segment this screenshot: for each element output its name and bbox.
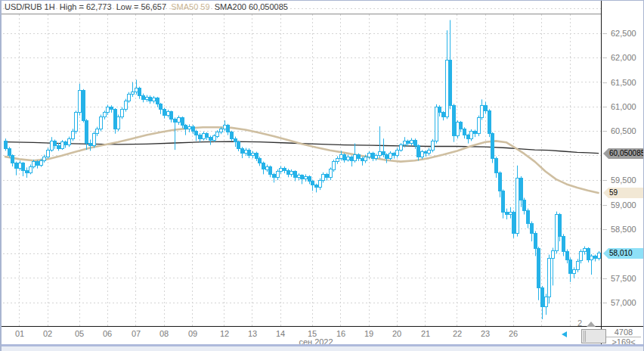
- price-axis-separator: [601, 1, 602, 347]
- date-label: 14: [276, 329, 285, 338]
- high-label: High = 62,773: [60, 2, 112, 11]
- date-label: 22: [453, 329, 462, 338]
- price-label: 60,500: [611, 126, 636, 135]
- price-label: 57,000: [611, 298, 636, 307]
- price-label: 61,500: [611, 78, 636, 87]
- price-tick: [602, 57, 607, 58]
- sma200-legend-label: SMA200 60,050085: [215, 2, 288, 11]
- current-bar-marker-icon: [562, 331, 567, 337]
- price-tick: [602, 278, 607, 279]
- date-label: 01: [15, 329, 24, 338]
- up-triangle-icon: [587, 321, 596, 327]
- chart-window: USD/RUB 1H High = 62,773 Low = 56,657 SM…: [0, 0, 644, 351]
- date-label: 20: [392, 329, 401, 338]
- candlestick-plot[interactable]: [2, 1, 602, 327]
- sma50-badge: 59: [603, 188, 644, 198]
- date-label: 05: [75, 329, 84, 338]
- date-label: 23: [481, 329, 490, 338]
- price-tick: [602, 131, 607, 132]
- price-tick: [602, 229, 607, 230]
- price-tick: [602, 303, 607, 303]
- date-label: 08: [159, 329, 169, 338]
- scrollbar-grip-icon: [584, 331, 584, 342]
- sma50-legend-label: SMA50 59: [171, 2, 209, 11]
- total-bars-count: 4708: [606, 327, 641, 337]
- low-label: Low = 56,657: [116, 2, 166, 11]
- scroll-position-label: 2: [577, 318, 582, 328]
- date-label: 19: [364, 329, 373, 338]
- date-label: 16: [336, 329, 345, 338]
- date-label: 02: [43, 329, 52, 338]
- price-tick: [602, 107, 607, 107]
- time-axis-separator: [2, 326, 644, 327]
- price-label: 58,500: [611, 225, 636, 234]
- price-label: 57,500: [611, 274, 636, 283]
- chart-title: USD/RUB 1H High = 62,773 Low = 56,657 SM…: [5, 2, 288, 11]
- date-label: 09: [188, 329, 197, 338]
- price-tick: [602, 205, 607, 206]
- window-bottom-border: [2, 344, 644, 351]
- symbol-timeframe-label: USD/RUB 1H: [5, 2, 55, 11]
- date-label: 15: [308, 329, 317, 338]
- price-axis[interactable]: 62,50062,00061,50061,00060,50059,50059,0…: [602, 1, 643, 326]
- price-label: 62,000: [611, 53, 636, 62]
- price-tick: [602, 82, 607, 83]
- price-tick: [602, 33, 607, 34]
- price-label: 61,000: [611, 102, 636, 111]
- price-tick: [602, 180, 607, 181]
- last-price-badge: 58,010: [603, 248, 644, 259]
- date-label: 06: [103, 329, 112, 338]
- date-label: 26: [509, 329, 518, 338]
- date-label: 12: [220, 329, 229, 338]
- price-label: 59,500: [611, 176, 636, 185]
- date-label: 07: [132, 329, 141, 338]
- horizontal-scrollbar-thumb[interactable]: [581, 329, 606, 343]
- sma200-badge: 60,050085: [603, 148, 644, 159]
- date-label: 13: [248, 329, 257, 338]
- price-label: 59,000: [611, 200, 636, 210]
- candles-layer: [5, 20, 601, 320]
- date-label: 21: [421, 329, 430, 338]
- price-label: 62,500: [611, 29, 636, 38]
